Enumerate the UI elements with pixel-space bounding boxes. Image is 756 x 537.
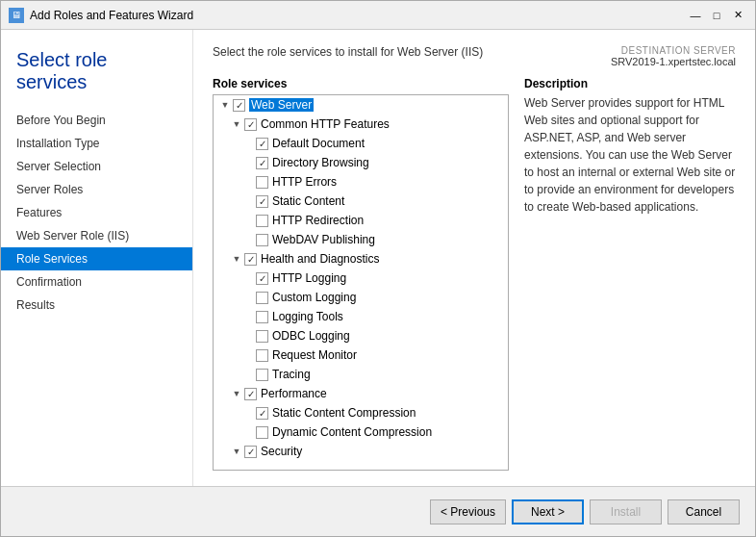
tree-item-label: Static Content Compression <box>272 406 416 420</box>
tree-item[interactable]: ▶Static Content Compression <box>214 403 508 422</box>
nav-item-before-you-begin[interactable]: Before You Begin <box>1 109 192 132</box>
tree-item[interactable]: ▶Default Document <box>214 134 508 153</box>
role-services-label: Role services <box>213 77 509 90</box>
instruction-text: Select the role services to install for … <box>213 45 483 59</box>
tree-expand-icon[interactable]: ▼ <box>217 97 233 113</box>
tree-item-label: Web Server <box>249 98 314 112</box>
tree-item[interactable]: ▶HTTP Logging <box>214 268 508 288</box>
tree-expand-icon[interactable]: ▼ <box>229 116 244 132</box>
page-title: Select role services <box>1 39 192 109</box>
tree-items: ▼Web Server▼Common HTTP Features▶Default… <box>214 95 508 461</box>
tree-item-label: Directory Browsing <box>272 156 369 169</box>
tree-item[interactable]: ▶Request Monitor <box>214 345 508 365</box>
description-panel: Description Web Server provides support … <box>524 77 736 471</box>
tree-item[interactable]: ▼Health and Diagnostics <box>214 249 508 268</box>
tree-item-label: HTTP Logging <box>272 271 346 285</box>
tree-item-checkbox[interactable] <box>256 426 268 439</box>
main-panel: Select the role services to install for … <box>193 30 755 486</box>
tree-item[interactable]: ▶Dynamic Content Compression <box>214 422 508 442</box>
tree-item-label: Dynamic Content Compression <box>272 425 432 439</box>
tree-item-label: WebDAV Publishing <box>272 233 375 246</box>
nav-item-results[interactable]: Results <box>1 294 192 317</box>
dest-name: SRV2019-1.xpertstec.local <box>611 56 736 67</box>
description-label: Description <box>524 77 736 90</box>
tree-item[interactable]: ▶Static Content <box>214 192 508 211</box>
tree-item-checkbox[interactable] <box>256 292 268 304</box>
left-nav-panel: Select role services Before You BeginIns… <box>1 30 193 486</box>
tree-item-checkbox[interactable] <box>244 388 257 400</box>
tree-item-checkbox[interactable] <box>233 99 245 112</box>
cancel-button[interactable]: Cancel <box>668 499 740 524</box>
nav-list: Before You BeginInstallation TypeServer … <box>1 109 192 317</box>
tree-item-checkbox[interactable] <box>244 446 257 458</box>
nav-item-role-services[interactable]: Role Services <box>1 247 192 270</box>
previous-button[interactable]: < Previous <box>430 499 506 524</box>
tree-item-checkbox[interactable] <box>256 215 268 227</box>
nav-item-web-server-role-(iis)[interactable]: Web Server Role (IIS) <box>1 224 192 247</box>
footer: < Previous Next > Install Cancel <box>1 486 755 536</box>
tree-item-checkbox[interactable] <box>256 349 268 362</box>
tree-item[interactable]: ▶ODBC Logging <box>214 326 508 345</box>
tree-item-label: Default Document <box>272 137 365 150</box>
tree-item-label: Performance <box>261 387 327 400</box>
content-area: Select role services Before You BeginIns… <box>1 30 755 486</box>
tree-item-checkbox[interactable] <box>256 157 268 169</box>
close-button[interactable]: ✕ <box>728 7 747 24</box>
tree-expand-icon[interactable]: ▼ <box>229 444 244 459</box>
tree-item-checkbox[interactable] <box>256 407 268 420</box>
tree-item-label: Logging Tools <box>272 310 343 323</box>
tree-item[interactable]: ▶HTTP Redirection <box>214 211 508 230</box>
tree-item-label: Tracing <box>272 368 311 381</box>
tree-item-checkbox[interactable] <box>256 311 268 323</box>
tree-item-checkbox[interactable] <box>244 118 257 131</box>
tree-item[interactable]: ▼Performance <box>214 384 508 403</box>
tree-item[interactable]: ▶Custom Logging <box>214 288 508 307</box>
main-header: Select the role services to install for … <box>213 45 736 67</box>
tree-item-checkbox[interactable] <box>256 234 268 246</box>
app-icon: 🖥 <box>9 8 24 23</box>
tree-item-label: Health and Diagnostics <box>261 252 379 266</box>
main-window: 🖥 Add Roles and Features Wizard — □ ✕ Se… <box>0 0 756 537</box>
title-bar-controls: — □ ✕ <box>686 7 747 24</box>
tree-item-label: Security <box>261 445 302 458</box>
tree-item[interactable]: ▶WebDAV Publishing <box>214 230 508 249</box>
tree-item-label: Common HTTP Features <box>261 117 390 131</box>
maximize-button[interactable]: □ <box>707 7 726 24</box>
window-title: Add Roles and Features Wizard <box>30 9 686 22</box>
minimize-button[interactable]: — <box>686 7 705 24</box>
tree-item-checkbox[interactable] <box>256 176 268 189</box>
tree-item-checkbox[interactable] <box>256 138 268 150</box>
tree-expand-icon[interactable]: ▼ <box>229 251 244 267</box>
next-button[interactable]: Next > <box>512 499 584 524</box>
tree-item-checkbox[interactable] <box>244 253 257 266</box>
tree-item[interactable]: ▶Directory Browsing <box>214 153 508 172</box>
tree-item-checkbox[interactable] <box>256 195 268 208</box>
tree-item-checkbox[interactable] <box>256 330 268 343</box>
tree-item[interactable]: ▼Common HTTP Features <box>214 115 508 134</box>
nav-item-installation-type[interactable]: Installation Type <box>1 132 192 155</box>
nav-item-confirmation[interactable]: Confirmation <box>1 270 192 294</box>
tree-item-label: ODBC Logging <box>272 329 350 343</box>
tree-item[interactable]: ▶HTTP Errors <box>214 172 508 192</box>
role-services-panel: Role services ▼Web Server▼Common HTTP Fe… <box>213 77 509 471</box>
tree-item-label: HTTP Errors <box>272 175 337 189</box>
nav-item-server-selection[interactable]: Server Selection <box>1 155 192 178</box>
tree-item-label: Static Content <box>272 194 344 208</box>
title-bar: 🖥 Add Roles and Features Wizard — □ ✕ <box>1 1 755 30</box>
panel-body: Role services ▼Web Server▼Common HTTP Fe… <box>213 77 736 471</box>
tree-item-checkbox[interactable] <box>256 272 268 285</box>
destination-server: DESTINATION SERVER SRV2019-1.xpertstec.l… <box>611 45 736 67</box>
tree-item[interactable]: ▼Web Server <box>214 95 508 115</box>
install-button[interactable]: Install <box>590 499 662 524</box>
tree-item[interactable]: ▼Security <box>214 442 508 461</box>
description-text: Web Server provides support for HTML Web… <box>524 94 736 216</box>
tree-item-label: Request Monitor <box>272 348 357 362</box>
tree-container[interactable]: ▼Web Server▼Common HTTP Features▶Default… <box>213 94 509 471</box>
dest-label: DESTINATION SERVER <box>611 45 736 56</box>
tree-item-checkbox[interactable] <box>256 369 268 381</box>
tree-expand-icon[interactable]: ▼ <box>229 386 244 401</box>
tree-item[interactable]: ▶Tracing <box>214 365 508 384</box>
nav-item-server-roles[interactable]: Server Roles <box>1 178 192 201</box>
tree-item[interactable]: ▶Logging Tools <box>214 307 508 326</box>
nav-item-features[interactable]: Features <box>1 201 192 224</box>
